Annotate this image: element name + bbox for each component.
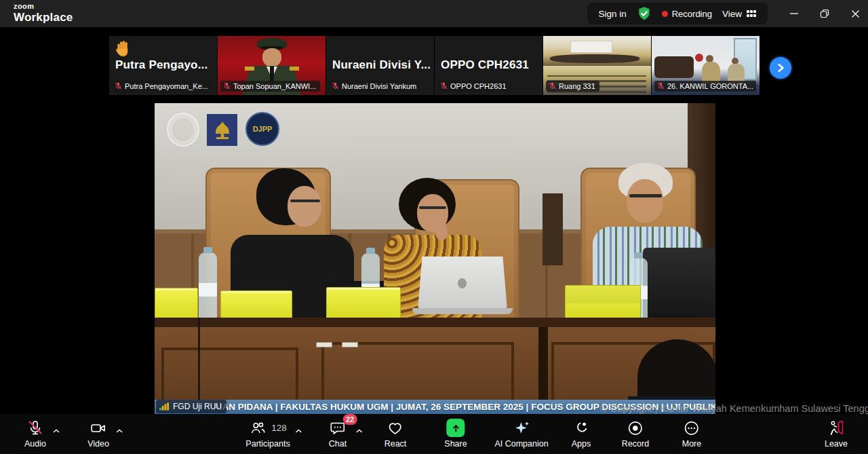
participant-tile-oppo[interactable]: OPPO CPH2631 OPPO CPH2631	[435, 36, 542, 95]
stage: DJPP	[0, 96, 868, 414]
panelist-left-face	[288, 186, 321, 227]
video-options-chevron[interactable]	[116, 425, 123, 436]
minimize-button[interactable]	[788, 7, 800, 20]
zoom-workplace-logo: zoom Workplace	[14, 3, 73, 23]
apps-label: Apps	[572, 439, 591, 449]
more-label: More	[682, 439, 701, 449]
record-button[interactable]: Record	[622, 419, 649, 449]
participant-label-text: Topan Sopuan_KANWI...	[233, 82, 316, 90]
panelist-center-glasses	[419, 206, 446, 209]
wall-speaker	[542, 193, 563, 265]
logo-djpp-text: DJPP	[253, 125, 273, 133]
logo-ugm-icon	[167, 113, 199, 147]
snack-box	[155, 288, 198, 322]
snack-box-stack	[565, 285, 641, 320]
recording-indicator[interactable]: Recording	[662, 9, 712, 19]
participant-label-text: Ruang 331	[559, 82, 595, 90]
more-button[interactable]: More	[682, 419, 701, 449]
mic-muted-icon	[440, 82, 448, 91]
grid-view-icon	[746, 8, 757, 19]
participants-options-chevron[interactable]	[296, 425, 302, 436]
mic-muted-icon	[657, 82, 665, 91]
panelist-center-hand	[435, 223, 448, 240]
titlebar: zoom Workplace Sign in Recording View	[0, 0, 868, 27]
participant-label: Putra Pengayoman_Ke...	[112, 81, 212, 92]
chat-button[interactable]: 22 Chat	[329, 419, 347, 449]
participant-tile-ruang331[interactable]: Ruang 331	[543, 36, 651, 95]
participant-tile-topan[interactable]: Topan Sopuan_KANWI...	[218, 36, 326, 95]
apps-button[interactable]: Apps	[572, 419, 591, 449]
leave-label: Leave	[825, 439, 848, 449]
next-page-button[interactable]	[770, 57, 791, 79]
brand-zoom: zoom	[14, 3, 73, 10]
conference-table	[550, 54, 639, 63]
titlebar-actions: Sign in Recording View	[587, 3, 768, 24]
camera-icon	[90, 419, 107, 437]
audio-options-chevron[interactable]	[53, 425, 60, 436]
copyright-watermark: © Copyright | Kantor Wilayah Kemenkumham…	[600, 403, 868, 414]
participant-name: Nuraeni Divisi Y...	[332, 58, 431, 72]
speaker-name: FGD Uji RUU	[173, 402, 222, 411]
mic-muted-icon	[549, 82, 556, 91]
participant-tile-nuraeni[interactable]: Nuraeni Divisi Y... Nuraeni Divisi Yanku…	[326, 36, 434, 95]
chat-options-chevron[interactable]	[356, 425, 363, 436]
video-label: Video	[87, 439, 109, 449]
panelist-right-glasses	[629, 194, 662, 197]
sofa	[654, 56, 694, 78]
restore-button[interactable]	[818, 7, 831, 20]
raised-hand-icon	[115, 39, 131, 60]
macbook-base	[412, 308, 513, 314]
participant-label: Topan Sopuan_KANWI...	[220, 81, 320, 92]
zoom-window: zoom Workplace Sign in Recording View	[0, 0, 868, 454]
chat-unread-badge: 22	[342, 414, 357, 425]
mic-muted-icon	[26, 419, 44, 437]
recording-dot-icon	[662, 11, 668, 17]
react-button[interactable]: React	[384, 419, 407, 449]
view-button[interactable]: View	[722, 8, 757, 19]
table-sticker	[342, 342, 358, 347]
active-speaker-label: FGD Uji RUU	[156, 400, 226, 413]
chat-icon: 22	[329, 419, 347, 437]
window-controls	[788, 0, 861, 27]
epaulette-left	[245, 67, 254, 71]
leave-button[interactable]: Leave	[825, 419, 848, 449]
ai-sparkle-icon	[513, 419, 530, 437]
close-button[interactable]	[849, 7, 861, 20]
signal-bars-icon	[159, 402, 170, 411]
participant-label: OPPO CPH2631	[437, 81, 511, 92]
heart-icon	[387, 419, 404, 437]
main-video[interactable]: DJPP	[155, 103, 715, 414]
participant-label: Nuraeni Divisi Yankum	[329, 81, 420, 92]
share-screen-icon	[446, 419, 465, 437]
participant-name: OPPO CPH2631	[441, 58, 529, 72]
face	[262, 48, 281, 67]
more-icon	[683, 419, 701, 437]
apple-logo-icon	[458, 278, 467, 288]
chat-label: Chat	[329, 439, 347, 449]
record-icon	[627, 419, 644, 437]
participant-label-text: 26. KANWIL GORONTA...	[667, 82, 753, 90]
person-body	[728, 64, 745, 83]
share-button[interactable]: Share	[444, 419, 467, 449]
logo-djpp-icon: DJPP	[245, 112, 279, 146]
share-label: Share	[444, 439, 467, 449]
view-label: View	[722, 9, 742, 19]
security-shield-icon[interactable]	[637, 6, 652, 21]
audio-button[interactable]: Audio	[24, 419, 46, 449]
logo-kemenkumham-icon	[207, 114, 237, 146]
mic-muted-icon	[223, 82, 231, 91]
participants-button[interactable]: 128 Participants	[245, 419, 290, 449]
participant-label-text: Nuraeni Divisi Yankum	[342, 82, 416, 90]
participant-tile-kanwil-gorontalo[interactable]: 26. KANWIL GORONTA...	[652, 36, 760, 95]
flower-vase	[695, 54, 703, 62]
video-button[interactable]: Video	[87, 419, 109, 449]
participant-tile-putra[interactable]: Putra Pengayo... Putra Pengayoman_Ke...	[109, 36, 217, 95]
table-sticker	[316, 342, 332, 347]
participant-label-text: Putra Pengayoman_Ke...	[125, 82, 208, 90]
participant-label-text: OPPO CPH2631	[450, 82, 507, 90]
leave-door-icon	[827, 419, 845, 437]
participant-label: Ruang 331	[546, 81, 599, 92]
sign-in-button[interactable]: Sign in	[598, 9, 626, 19]
ai-companion-button[interactable]: AI Companion	[494, 419, 548, 449]
react-label: React	[384, 439, 407, 449]
